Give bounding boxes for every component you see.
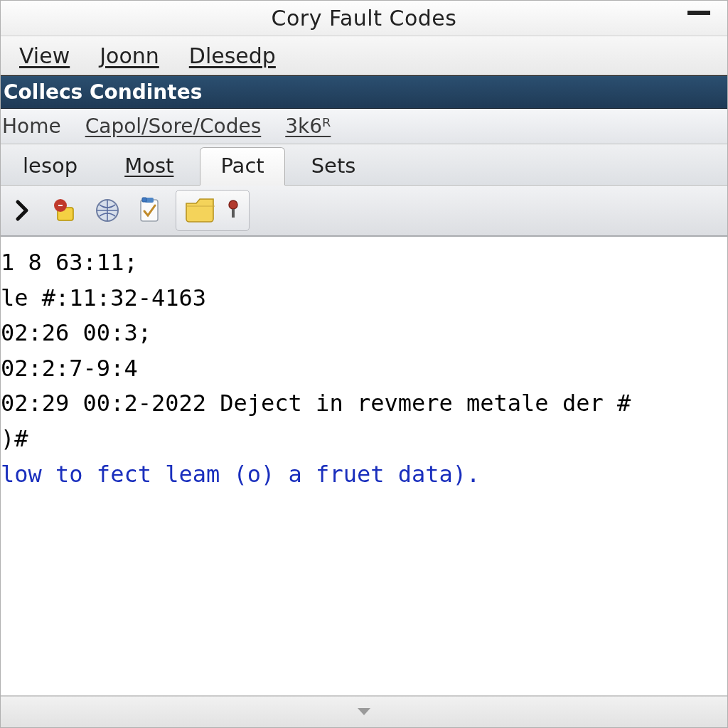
menu-joonn[interactable]: Joonn	[100, 43, 159, 68]
log-line: )#	[1, 422, 727, 457]
tab-most[interactable]: Most	[104, 147, 194, 185]
log-line: 02:29 00:2-2022 Deject in revmere metale…	[1, 386, 727, 422]
folder-icon[interactable]	[182, 193, 219, 228]
log-line: le #:11:32-4163	[1, 281, 727, 316]
log-output: 1 8 63:11; le #:11:32-4163 02:26 00:3; 0…	[1, 237, 727, 696]
folder-tool-group	[176, 190, 250, 231]
titlebar: Cory Fault Codes	[1, 1, 727, 36]
clipboard-check-icon[interactable]	[133, 193, 167, 228]
submenu-home[interactable]: Home	[2, 114, 61, 138]
log-line: 1 8 63:11;	[1, 245, 727, 281]
svg-rect-8	[232, 209, 235, 218]
tabstrip: lesop Most Pact Sets	[1, 144, 727, 186]
submenu-3k6[interactable]: 3k6ᴿ	[285, 114, 331, 138]
tab-lesop[interactable]: lesop	[2, 147, 98, 185]
log-line: 02:26 00:3;	[1, 316, 727, 351]
resize-grip-icon[interactable]	[358, 708, 370, 717]
statusbar	[1, 696, 727, 727]
record-dot-icon[interactable]	[223, 193, 243, 228]
tab-pact[interactable]: Pact	[200, 147, 284, 186]
svg-rect-2	[58, 205, 63, 206]
submenu-capol[interactable]: Capol/Sore/Codes	[85, 114, 262, 138]
menu-view[interactable]: View	[19, 43, 70, 68]
chevron-right-icon[interactable]	[5, 193, 39, 228]
svg-rect-6	[142, 198, 146, 202]
svg-point-7	[229, 200, 237, 209]
submenu: Home Capol/Sore/Codes 3k6ᴿ	[1, 109, 727, 144]
menu-dlesedp[interactable]: Dlesedp	[189, 43, 276, 68]
log-link-line[interactable]: low to fect leam (o) a fruet data).	[1, 457, 727, 493]
banner-label: Collecs Condintes	[4, 80, 202, 104]
minimize-button[interactable]	[687, 11, 710, 16]
svg-rect-4	[141, 200, 158, 221]
toolbar	[1, 186, 727, 237]
log-line: 02:2:7-9:4	[1, 351, 727, 387]
tab-sets[interactable]: Sets	[291, 147, 377, 185]
section-banner: Collecs Condintes	[1, 75, 727, 109]
globe-icon[interactable]	[90, 193, 124, 228]
app-window: Cory Fault Codes View Joonn Dlesedp Coll…	[0, 0, 728, 728]
menubar: View Joonn Dlesedp	[1, 36, 727, 75]
alert-badge-icon[interactable]	[48, 193, 82, 228]
window-title: Cory Fault Codes	[272, 6, 457, 31]
